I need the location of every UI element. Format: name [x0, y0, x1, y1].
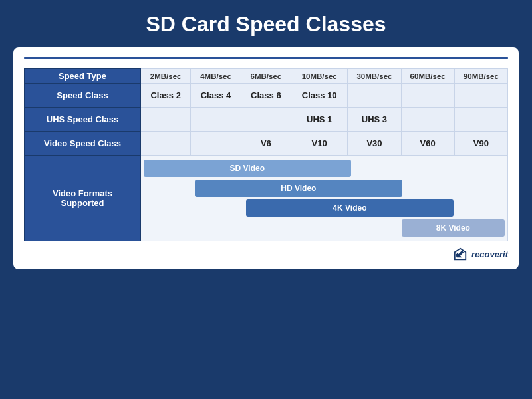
uhs-speed-class-row: UHS Speed Class UHS 1 UHS 3: [25, 108, 508, 132]
class-10: Class 10: [291, 84, 348, 108]
video-speed-class-label: Video Speed Class: [25, 132, 141, 156]
speed-col-2: 4MB/sec: [191, 69, 241, 84]
uhs-empty-4: [401, 108, 454, 132]
speed-type-label: Speed Type: [25, 69, 141, 84]
brand-name: recoverit: [471, 249, 508, 259]
class-2: Class 2: [141, 84, 191, 108]
table-wrapper: Speed Type 2MB/sec 4MB/sec 6MB/sec 10MB/…: [24, 68, 508, 241]
uhs-empty-2: [191, 108, 241, 132]
uhs-1: UHS 1: [291, 108, 348, 132]
uhs-3: UHS 3: [348, 108, 401, 132]
video-formats-row: Video FormatsSupported SD Video HD Video: [25, 156, 508, 241]
recoverit-logo-icon: R: [453, 247, 467, 261]
uhs-empty-5: [454, 108, 507, 132]
speed-table: Speed Type 2MB/sec 4MB/sec 6MB/sec 10MB/…: [24, 68, 508, 241]
8k-video-bar: 8K Video: [402, 219, 505, 237]
v-empty-2: [191, 132, 241, 156]
v6: V6: [241, 132, 291, 156]
speed-col-5: 30MB/sec: [348, 69, 401, 84]
class-empty-1: [348, 84, 401, 108]
svg-text:R: R: [456, 253, 460, 258]
v60: V60: [401, 132, 454, 156]
speed-col-3: 6MB/sec: [241, 69, 291, 84]
speed-type-row: Speed Type 2MB/sec 4MB/sec 6MB/sec 10MB/…: [25, 69, 508, 84]
class-6: Class 6: [241, 84, 291, 108]
video-formats-bars: SD Video HD Video 4K Video: [141, 156, 508, 241]
video-speed-class-row: Video Speed Class V6 V10 V30 V60 V90: [25, 132, 508, 156]
speed-col-6: 60MB/sec: [401, 69, 454, 84]
uhs-empty-1: [141, 108, 191, 132]
uhs-speed-class-label: UHS Speed Class: [25, 108, 141, 132]
sd-video-bar: SD Video: [144, 160, 351, 177]
class-empty-3: [454, 84, 507, 108]
4k-video-bar: 4K Video: [246, 200, 454, 217]
speed-col-4: 10MB/sec: [291, 69, 348, 84]
branding-section: R recoverit: [24, 247, 508, 261]
v90: V90: [454, 132, 507, 156]
v30: V30: [348, 132, 401, 156]
v-empty-1: [141, 132, 191, 156]
hd-video-bar: HD Video: [195, 180, 402, 197]
v10: V10: [291, 132, 348, 156]
video-formats-label: Video FormatsSupported: [25, 156, 141, 241]
class-4: Class 4: [191, 84, 241, 108]
content-card: Speed Type 2MB/sec 4MB/sec 6MB/sec 10MB/…: [13, 47, 519, 269]
page-title: SD Card Speed Classes: [146, 12, 386, 37]
main-container: SD Card Speed Classes Speed Type 2MB/sec…: [0, 0, 532, 399]
uhs-empty-3: [241, 108, 291, 132]
speed-class-label: Speed Class: [25, 84, 141, 108]
speed-col-7: 90MB/sec: [454, 69, 507, 84]
class-empty-2: [401, 84, 454, 108]
speed-col-1: 2MB/sec: [141, 69, 191, 84]
speed-class-row: Speed Class Class 2 Class 4 Class 6 Clas…: [25, 84, 508, 108]
top-divider: [24, 57, 508, 59]
